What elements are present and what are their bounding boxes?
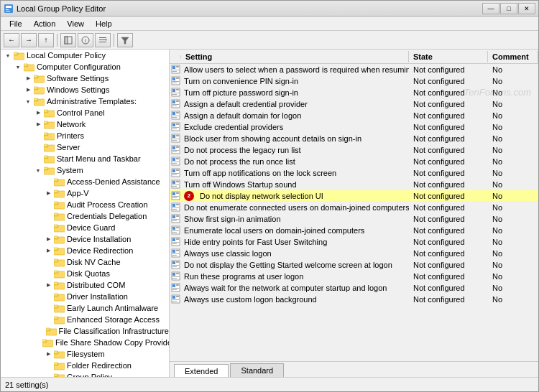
tree-expand-local-computer-policy[interactable]: ▼ [2, 50, 14, 61]
table-row[interactable]: Turn off app notifications on the lock s… [170, 167, 538, 179]
tree-item-group-policy[interactable]: Group Policy [1, 371, 169, 377]
tree-expand-control-panel[interactable]: ▶ [32, 107, 44, 118]
tree-expand-filesystem[interactable]: ▶ [42, 348, 54, 360]
table-row[interactable]: Do not process the legacy run listNot co… [170, 144, 538, 156]
table-row[interactable]: Block user from showing account details … [170, 133, 538, 144]
tree-expand-credentials-delegation[interactable] [42, 210, 54, 222]
table-row[interactable]: Do not enumerate connected users on doma… [170, 202, 538, 213]
row-comment: No [488, 65, 538, 75]
tree-item-start-menu[interactable]: Start Menu and Taskbar [1, 153, 169, 164]
tree-expand-start-menu[interactable] [32, 153, 44, 164]
table-row[interactable]: Do not process the run once listNot conf… [170, 156, 538, 167]
tree-item-control-panel[interactable]: ▶ Control Panel [1, 107, 169, 118]
tree-expand-windows-settings[interactable]: ▶ [22, 84, 34, 95]
tab-extended[interactable]: Extended [174, 364, 229, 377]
table-row[interactable]: Turn off Windows Startup soundNot config… [170, 179, 538, 190]
tree-expand-network[interactable]: ▶ [32, 118, 44, 130]
tree-item-folder-redirection[interactable]: Folder Redirection [1, 360, 169, 371]
tree-expand-folder-redirection[interactable] [42, 360, 54, 371]
tree-expand-device-redirection[interactable]: ▶ [42, 245, 54, 256]
tree-item-filesystem[interactable]: ▶ Filesystem [1, 348, 169, 360]
back-button[interactable]: ← [4, 33, 19, 47]
table-row[interactable]: Enumerate local users on domain-joined c… [170, 225, 538, 236]
tree-item-windows-settings[interactable]: ▶ Windows Settings [1, 84, 169, 95]
table-row[interactable]: Always use classic logonNot configuredNo [170, 248, 538, 259]
up-button[interactable]: ↑ [38, 33, 54, 47]
tree-item-system[interactable]: ▼ System [1, 164, 169, 176]
tree-expand-app-v[interactable]: ▶ [42, 187, 54, 199]
tree-expand-device-guard[interactable] [42, 222, 54, 233]
status-text: 21 setting(s) [5, 381, 49, 389]
tree-label-start-menu: Start Menu and Taskbar [57, 154, 141, 163]
table-row[interactable]: Show first sign-in animationNot configur… [170, 213, 538, 225]
menu-action[interactable]: Action [28, 18, 62, 29]
tab-standard[interactable]: Standard [230, 363, 284, 377]
table-row[interactable]: Assign a default domain for logonNot con… [170, 110, 538, 121]
maximize-button[interactable]: □ [500, 3, 517, 14]
tree-item-printers[interactable]: Printers [1, 130, 169, 141]
tree-expand-printers[interactable] [32, 130, 44, 141]
tree-expand-server[interactable] [32, 141, 44, 153]
tree-label-server: Server [57, 143, 80, 151]
tree-expand-disk-nv-cache[interactable] [42, 256, 54, 268]
tree-item-network[interactable]: ▶ Network [1, 118, 169, 130]
table-row[interactable]: Exclude credential providersNot configur… [170, 121, 538, 133]
tree-expand-access-denied[interactable] [42, 176, 54, 187]
close-button[interactable]: ✕ [518, 3, 535, 14]
tree-expand-disk-quotas[interactable] [42, 268, 54, 279]
filter-button[interactable] [117, 33, 133, 47]
tree-expand-group-policy[interactable] [42, 371, 54, 377]
tree-item-access-denied[interactable]: Access-Denied Assistance [1, 176, 169, 187]
minimize-button[interactable]: — [482, 3, 499, 14]
tree-item-disk-quotas[interactable]: Disk Quotas [1, 268, 169, 279]
tree-expand-audit-process[interactable] [42, 199, 54, 210]
menu-view[interactable]: View [61, 18, 90, 29]
tree-item-file-share-copy[interactable]: File Share Shadow Copy Provider [1, 337, 169, 348]
extended-button[interactable] [95, 33, 111, 47]
menu-file[interactable]: File [4, 18, 28, 29]
tree-item-software-settings[interactable]: ▶ Software Settings [1, 73, 169, 84]
tree-expand-system[interactable]: ▼ [32, 164, 44, 176]
tree-expand-distributed-com[interactable]: ▶ [42, 279, 54, 291]
tree-expand-device-installation[interactable]: ▶ [42, 233, 54, 245]
tree-item-administrative-templates[interactable]: ▼ Administrative Templates: [1, 95, 169, 107]
table-row[interactable]: Hide entry points for Fast User Switchin… [170, 236, 538, 248]
show-hide-button[interactable] [60, 33, 76, 47]
tree-item-audit-process[interactable]: Audit Process Creation [1, 199, 169, 210]
tree-item-early-launch[interactable]: Early Launch Antimalware [1, 302, 169, 314]
table-row[interactable]: Do not display the Getting Started welco… [170, 259, 538, 271]
tree-item-device-installation[interactable]: ▶ Device Installation [1, 233, 169, 245]
tree-expand-software-settings[interactable]: ▶ [22, 73, 34, 84]
table-row[interactable]: 2Do not display network selection UINot … [170, 190, 538, 202]
table-row[interactable]: Always wait for the network at computer … [170, 282, 538, 294]
tree-item-driver-installation[interactable]: Driver Installation [1, 291, 169, 302]
svg-rect-54 [54, 202, 57, 204]
table-row[interactable]: Always use custom logon backgroundNot co… [170, 294, 538, 305]
properties-button[interactable]: i [78, 33, 93, 47]
tree-item-local-computer-policy[interactable]: ▼ Local Computer Policy [1, 50, 169, 61]
tree-item-device-redirection[interactable]: ▶ Device Redirection [1, 245, 169, 256]
tree-expand-enhanced-storage[interactable] [42, 314, 54, 325]
table-row[interactable]: Run these programs at user logonNot conf… [170, 271, 538, 282]
tree-item-file-classification[interactable]: File Classification Infrastructure [1, 325, 169, 337]
forward-button[interactable]: → [21, 33, 37, 47]
table-row[interactable]: Allow users to select when a password is… [170, 64, 538, 75]
tree-item-server[interactable]: Server [1, 141, 169, 153]
table-row[interactable]: Assign a default credential providerNot … [170, 98, 538, 110]
folder-icon-software-settings [34, 74, 45, 83]
tree-item-disk-nv-cache[interactable]: Disk NV Cache [1, 256, 169, 268]
tree-expand-driver-installation[interactable] [42, 291, 54, 302]
tree-label-access-denied: Access-Denied Assistance [67, 177, 160, 186]
menu-help[interactable]: Help [90, 18, 118, 29]
tree-item-computer-configuration[interactable]: ▼ Computer Configuration [1, 61, 169, 73]
table-row[interactable]: Turn on convenience PIN sign-inNot confi… [170, 75, 538, 87]
tree-item-device-guard[interactable]: Device Guard [1, 222, 169, 233]
tree-item-distributed-com[interactable]: ▶ Distributed COM [1, 279, 169, 291]
svg-rect-188 [176, 215, 179, 217]
tree-expand-administrative-templates[interactable]: ▼ [22, 95, 34, 107]
tree-expand-computer-configuration[interactable]: ▼ [12, 61, 24, 73]
tree-item-app-v[interactable]: ▶ App-V [1, 187, 169, 199]
tree-item-enhanced-storage[interactable]: Enhanced Storage Access [1, 314, 169, 325]
tree-expand-early-launch[interactable] [42, 302, 54, 314]
tree-item-credentials-delegation[interactable]: Credentials Delegation [1, 210, 169, 222]
